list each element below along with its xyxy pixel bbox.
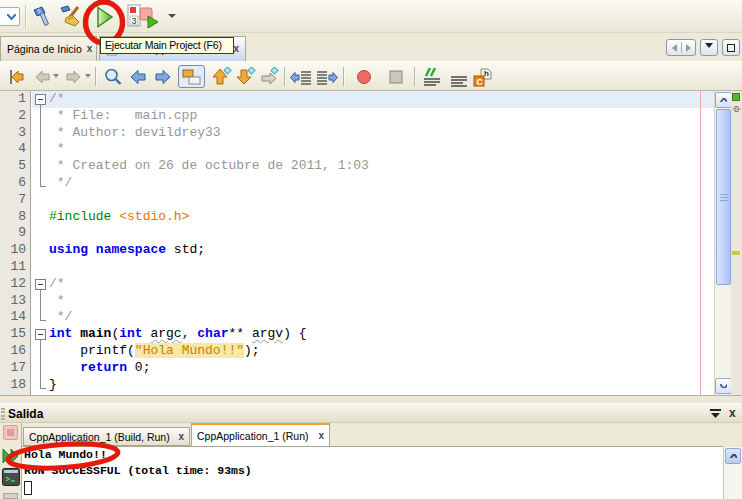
code-line[interactable]: return 0; — [32, 360, 714, 377]
forward-button[interactable] — [62, 65, 86, 88]
stop-macro-recording-button[interactable] — [384, 65, 408, 88]
debug-dropdown-caret[interactable] — [168, 14, 176, 18]
debug-main-project-button[interactable]: 3 — [126, 3, 164, 30]
scrollbar-thumb[interactable] — [716, 109, 731, 285]
next-bookmark-button[interactable] — [234, 65, 258, 88]
output-line: RUN SUCCESSFUL (total time: 93ms) — [22, 463, 723, 479]
close-tab-icon[interactable]: x — [318, 431, 324, 441]
editor-vertical-scrollbar[interactable] — [714, 91, 731, 395]
goto-header-icon: C h — [472, 67, 494, 87]
scroll-up-button[interactable] — [715, 92, 732, 108]
line-number: 12 — [0, 276, 30, 293]
run-main-project-button[interactable] — [90, 3, 117, 30]
minimize-window-icon[interactable] — [710, 409, 721, 418]
output-window-header[interactable]: Salida x — [0, 403, 742, 423]
line-number: 1 — [0, 91, 30, 108]
previous-bookmark-button[interactable] — [210, 65, 234, 88]
code-editor[interactable]: 123456789101112131415161718 /* * File: m… — [0, 91, 742, 395]
code-line[interactable]: using namespace std; — [32, 242, 714, 259]
stop-build-button[interactable] — [3, 425, 18, 440]
code-line[interactable]: * File: main.cpp — [32, 108, 714, 125]
code-line[interactable]: * Author: devildrey33 — [32, 125, 714, 142]
code-line[interactable]: */ — [32, 309, 714, 326]
fold-marker — [32, 309, 49, 326]
code-line[interactable]: * — [32, 293, 714, 310]
tab-list-button[interactable] — [700, 39, 718, 56]
fold-marker[interactable] — [32, 276, 49, 293]
code-line[interactable]: */ — [32, 175, 714, 192]
tab-pagina-de-inicio[interactable]: Página de Inicio x — [0, 36, 97, 61]
output-panel: CppApplication_1 (Build, Run) x CppAppli… — [0, 423, 742, 499]
line-number: 5 — [0, 158, 30, 175]
fold-marker[interactable] — [32, 91, 49, 108]
terminal-icon[interactable] — [2, 468, 20, 487]
maximize-window-button[interactable] — [722, 39, 740, 56]
back-icon — [32, 67, 52, 87]
debug-icon: 3 — [127, 4, 163, 30]
clean-build-project-button[interactable] — [57, 3, 84, 30]
back-button[interactable] — [30, 65, 54, 88]
svg-text:h: h — [484, 69, 489, 78]
fold-marker[interactable] — [32, 326, 49, 343]
search-icon — [103, 67, 123, 87]
code-line[interactable] — [32, 259, 714, 276]
shift-left-button[interactable] — [289, 65, 313, 88]
toggle-highlight-search-button[interactable] — [178, 65, 205, 88]
code-line[interactable]: /* — [32, 276, 714, 293]
shift-left-icon — [290, 67, 312, 87]
code-line[interactable]: /* — [32, 91, 714, 108]
start-macro-recording-button[interactable] — [352, 65, 376, 88]
forward-dropdown-caret[interactable] — [85, 74, 91, 78]
find-next-button[interactable] — [151, 65, 175, 88]
code-lines[interactable]: /* * File: main.cpp * Author: devildrey3… — [32, 91, 714, 395]
build-project-button[interactable] — [28, 3, 55, 30]
close-tab-icon[interactable]: x — [178, 432, 184, 442]
code-line[interactable]: int main(int argc, char** argv) { — [32, 326, 714, 343]
code-line[interactable] — [32, 225, 714, 242]
scroll-down-button[interactable] — [715, 378, 732, 394]
code-line[interactable]: * Created on 26 de octubre de 2011, 1:03 — [32, 158, 714, 175]
code-line[interactable]: #include <stdio.h> — [32, 209, 714, 226]
toggle-bookmark-button[interactable] — [258, 65, 282, 88]
configuration-dropdown[interactable] — [0, 7, 20, 26]
close-tab-icon[interactable]: x — [87, 44, 93, 54]
find-button[interactable] — [101, 65, 125, 88]
rerun-button[interactable] — [2, 448, 20, 464]
output-scrollbar[interactable] — [723, 447, 742, 499]
fold-column — [32, 209, 49, 226]
drag-grip[interactable] — [1, 408, 5, 420]
fold-marker — [32, 158, 49, 175]
output-tab-build-run[interactable]: CppApplication_1 (Build, Run) x — [23, 427, 190, 446]
code-line[interactable]: } — [32, 377, 714, 394]
svg-text:3: 3 — [132, 16, 137, 26]
broom-icon — [58, 5, 84, 29]
code-line[interactable]: printf("Hola Mundo!!"); — [32, 343, 714, 360]
stripe-marker-icon — [731, 105, 742, 113]
find-previous-button[interactable] — [126, 65, 150, 88]
uncomment-button[interactable] — [447, 65, 471, 88]
output-tab-run[interactable]: CppApplication_1 (Run) x — [191, 423, 330, 446]
shift-right-button[interactable] — [315, 65, 339, 88]
close-tab-icon[interactable]: x — [233, 44, 239, 54]
warning-marker[interactable] — [732, 251, 740, 255]
back-dropdown-caret[interactable] — [53, 74, 59, 78]
tab-scroll-buttons[interactable] — [666, 39, 696, 56]
close-window-icon[interactable]: x — [729, 406, 736, 420]
fold-marker — [32, 343, 49, 360]
output-tab-label: CppApplication_1 (Build, Run) — [29, 431, 170, 443]
goto-header-button[interactable]: C h — [471, 65, 495, 88]
splitter[interactable] — [0, 395, 742, 403]
last-edit-position-button[interactable] — [5, 65, 29, 88]
scroll-tabs-left-icon[interactable] — [672, 44, 677, 52]
output-text-area[interactable]: Hola Mundo!!RUN SUCCESSFUL (total time: … — [22, 446, 723, 499]
record-icon — [354, 67, 374, 87]
code-line[interactable] — [32, 192, 714, 209]
line-number: 11 — [0, 259, 30, 276]
clear-output-button[interactable] — [3, 493, 18, 499]
line-number: 7 — [0, 192, 30, 209]
scroll-up-button[interactable] — [725, 448, 741, 464]
arrow-down-icon — [235, 67, 257, 87]
scroll-tabs-right-icon[interactable] — [686, 44, 691, 52]
comment-button[interactable] — [420, 65, 444, 88]
code-line[interactable]: * — [32, 141, 714, 158]
